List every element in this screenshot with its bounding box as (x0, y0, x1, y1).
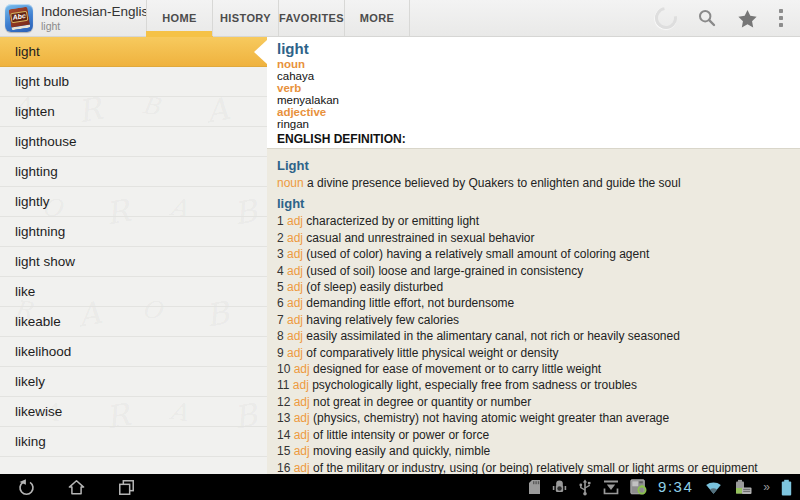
sidebar-item-likeable[interactable]: likeable (0, 307, 267, 337)
sense-text: demanding little effort, not burdensome (303, 296, 514, 310)
sidebar-item-light[interactable]: light (0, 37, 267, 67)
sidebar-item-light-show[interactable]: light show (0, 247, 267, 277)
sense-line: 8 adj easily assimilated in the alimenta… (277, 328, 790, 344)
tab-more[interactable]: MORE (344, 0, 410, 36)
home-icon (67, 478, 86, 497)
screenshot-icon (630, 479, 647, 495)
sense-line: 3 adj (used of color) having a relativel… (277, 246, 790, 262)
pos-label: adjective (277, 106, 790, 118)
sense-text: easily assimilated in the alimentary can… (303, 329, 680, 343)
sidebar-item-lighthouse[interactable]: lighthouse (0, 127, 267, 157)
word-list[interactable]: lightlight bulblightenlighthouselighting… (0, 37, 267, 457)
tab-bar: HOMEHISTORYFAVORITESMORE (146, 0, 410, 36)
pos-label: noun (277, 58, 790, 70)
home-button[interactable] (66, 477, 86, 497)
sense-text: designed for ease of movement or to carr… (310, 362, 601, 376)
sense-pos: adj (287, 329, 303, 343)
download-icon (603, 480, 619, 495)
loading-spinner-icon (651, 3, 682, 34)
translation-gloss: cahaya (277, 70, 790, 82)
app-info[interactable]: Abc Indonesian-English light (0, 0, 146, 36)
sense-text: of the military or industry, using (or b… (310, 461, 758, 475)
sidebar-item-lighten[interactable]: lighten (0, 97, 267, 127)
sense-pos: adj (287, 214, 303, 228)
sense-number: 15 (277, 444, 294, 458)
dictionary-book-icon: Abc (8, 6, 30, 30)
sense-text: characterized by or emitting light (303, 214, 479, 228)
sense-line: 4 adj (used of soil) loose and large-gra… (277, 263, 790, 279)
sense-line: 15 adj moving easily and quickly, nimble (277, 443, 790, 459)
english-definitions[interactable]: Lightnoun a divine presence believed by … (267, 148, 800, 474)
sense-text: (used of soil) loose and large-grained i… (303, 264, 583, 278)
sidebar-item-lightly[interactable]: lightly (0, 187, 267, 217)
sense-pos: adj (294, 411, 310, 425)
sd-card-icon (528, 479, 541, 495)
sense-number: 12 (277, 395, 294, 409)
sense-line: 16 adj of the military or industry, usin… (277, 460, 790, 475)
sense-pos: adj (287, 231, 303, 245)
translations: nouncahayaverbmenyalakanadjectiveringan (277, 58, 790, 130)
sense-text: psychologically light, especially free f… (309, 378, 637, 392)
overflow-menu-button[interactable] (778, 8, 784, 28)
sense-number: 1 (277, 214, 287, 228)
sense-number: 7 (277, 313, 287, 327)
sidebar-item-lightning[interactable]: lightning (0, 217, 267, 247)
sense-pos: adj (287, 280, 303, 294)
sense-text: of comparatively little physical weight … (303, 346, 558, 360)
sense-text: (of sleep) easily disturbed (303, 280, 443, 294)
sense-line: 14 adj of little intensity or power or f… (277, 427, 790, 443)
sense-pos: adj (294, 444, 310, 458)
sense-pos: adj (287, 296, 303, 310)
battery-icon (781, 479, 792, 496)
status-tray[interactable]: 9:34 » (517, 474, 800, 500)
search-button[interactable] (697, 8, 717, 28)
sense-pos: adj (287, 264, 303, 278)
sense-pos: adj (294, 461, 310, 475)
overflow-menu-icon (778, 8, 784, 28)
sidebar-item-like[interactable]: like (0, 277, 267, 307)
favorite-button[interactable] (737, 8, 758, 29)
sidebar-item-likewise[interactable]: likewise (0, 397, 267, 427)
sense-number: 10 (277, 362, 294, 376)
expand-chevron-icon: » (763, 474, 770, 500)
english-definition-label: ENGLISH DEFINITION: (277, 132, 790, 146)
sense-number: 16 (277, 461, 294, 475)
sense-pos: adj (294, 395, 310, 409)
sense-number: 13 (277, 411, 294, 425)
back-button[interactable] (16, 477, 36, 497)
sidebar-item-light-bulb[interactable]: light bulb (0, 67, 267, 97)
wifi-icon (704, 479, 723, 495)
app-icon[interactable]: Abc (5, 4, 33, 32)
usb-debugging-icon (552, 479, 567, 495)
entry-headword: light (277, 39, 790, 58)
sense-pos: adj (294, 428, 310, 442)
sense-pos: adj (294, 362, 310, 376)
sidebar-item-likelihood[interactable]: likelihood (0, 337, 267, 367)
sense-text: moving easily and quickly, nimble (310, 444, 491, 458)
sense-number: 11 (277, 378, 293, 392)
entry-header: light nouncahayaverbmenyalakanadjectiver… (267, 37, 800, 148)
tab-home[interactable]: HOME (146, 0, 212, 36)
action-bar: Abc Indonesian-English light HOMEHISTORY… (0, 0, 800, 37)
star-icon (737, 8, 758, 29)
sense-number: 6 (277, 296, 287, 310)
sidebar-item-likely[interactable]: likely (0, 367, 267, 397)
sense-text: (physics, chemistry) not having atomic w… (310, 411, 670, 425)
translation-gloss: menyalakan (277, 94, 790, 106)
tab-favorites[interactable]: FAVORITES (278, 0, 344, 36)
sense-text: (used of color) having a relatively smal… (303, 247, 649, 261)
android-system-bar: 9:34 » (0, 474, 800, 500)
translation-gloss: ringan (277, 118, 790, 130)
recent-apps-button[interactable] (116, 477, 136, 497)
search-icon (697, 8, 717, 28)
word-list-sidebar[interactable]: ARBAORABRAOBARAB lightlight bulblightenl… (0, 37, 267, 474)
sidebar-item-lighting[interactable]: lighting (0, 157, 267, 187)
tab-history[interactable]: HISTORY (212, 0, 278, 36)
sense-pos: adj (287, 313, 303, 327)
sense-number: 4 (277, 264, 287, 278)
sense-pos: adj (293, 378, 309, 392)
sidebar-item-liking[interactable]: liking (0, 427, 267, 457)
sense-line: 2 adj casual and unrestrained in sexual … (277, 230, 790, 246)
definition-panel: light nouncahayaverbmenyalakanadjectiver… (267, 37, 800, 474)
sense-line: 13 adj (physics, chemistry) not having a… (277, 410, 790, 426)
